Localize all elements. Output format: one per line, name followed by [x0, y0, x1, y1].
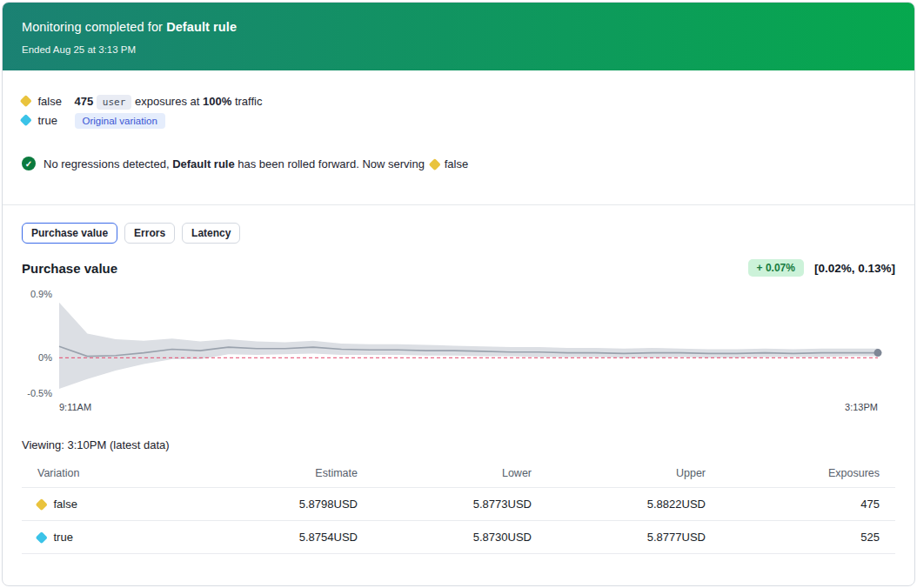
exposure-count: 475 — [75, 95, 94, 108]
variation-false-diamond-icon — [20, 95, 31, 106]
table-row-true: true 5.8754USD 5.8730USD 5.8777USD 525 — [22, 521, 895, 554]
purchase-value-chart: 0.9%0%-0.5% 9:11AM 3:13PM — [22, 291, 895, 412]
upper-value: 5.8822USD — [532, 498, 706, 511]
exposures-value: 525 — [706, 531, 880, 544]
viewing-label: Viewing: 3:10PM (latest data) — [22, 438, 895, 451]
column-header-exposures: Exposures — [706, 467, 880, 479]
traffic-percentage: 100% — [203, 95, 231, 108]
column-header-upper: Upper — [532, 467, 706, 479]
x-axis-end-label: 3:13PM — [845, 402, 878, 412]
tab-latency[interactable]: Latency — [182, 223, 240, 244]
banner-title: Monitoring completed for Default rule — [22, 20, 895, 34]
lower-value: 5.8730USD — [358, 531, 532, 544]
variation-row-false: false 475 user exposures at 100% traffic — [22, 91, 895, 110]
context-kind-badge: user — [97, 95, 132, 110]
metric-tabs: Purchase value Errors Latency — [22, 223, 895, 244]
serving-variation-diamond-icon — [429, 158, 440, 170]
metric-header: Purchase value + 0.07% [0.02%, 0.13%] — [22, 259, 895, 277]
status-message: No regressions detected, Default rule ha… — [44, 157, 468, 170]
banner-subtitle: Ended Aug 25 at 3:13 PM — [22, 44, 895, 55]
exposure-text-mid: exposures at — [135, 95, 199, 108]
status-row: ✓ No regressions detected, Default rule … — [22, 154, 895, 173]
monitoring-card: Monitoring completed for Default rule En… — [2, 2, 915, 586]
variation-badge-wrap: Original variation — [75, 114, 165, 127]
metric-title: Purchase value — [22, 261, 117, 276]
serving-variation-name: false — [445, 157, 468, 170]
variation-name: false — [38, 95, 70, 108]
variation-name: true — [54, 531, 73, 544]
status-rule-name: Default rule — [172, 157, 235, 170]
x-axis-labels: 9:11AM 3:13PM — [59, 402, 878, 412]
banner-title-prefix: Monitoring completed for — [22, 20, 163, 34]
chart-canvas — [59, 291, 878, 397]
column-header-estimate: Estimate — [205, 467, 358, 479]
variation-false-diamond-icon — [36, 498, 47, 510]
tab-errors[interactable]: Errors — [124, 223, 175, 244]
column-header-lower: Lower — [358, 467, 532, 479]
confidence-interval: [0.02%, 0.13%] — [814, 262, 895, 275]
summary-section: false 475 user exposures at 100% traffic… — [3, 70, 914, 204]
estimate-value: 5.8754USD — [205, 531, 358, 544]
variation-true-diamond-icon — [20, 114, 31, 125]
upper-value: 5.8777USD — [532, 531, 706, 544]
banner-rule-name: Default rule — [166, 20, 237, 34]
variation-name: true — [38, 114, 70, 127]
variation-cell: true — [37, 531, 205, 544]
y-tick-label: 0.9% — [30, 289, 52, 299]
y-tick-label: -0.5% — [27, 388, 52, 398]
y-tick-label: 0% — [38, 352, 52, 363]
success-check-icon: ✓ — [22, 157, 36, 170]
banner: Monitoring completed for Default rule En… — [3, 3, 914, 70]
change-badge: + 0.07% — [748, 259, 804, 277]
variation-cell: false — [37, 498, 205, 511]
status-middle: has been rolled forward. Now serving — [238, 157, 425, 170]
chart-plot-area: 9:11AM 3:13PM — [59, 291, 878, 412]
column-header-variation: Variation — [37, 467, 205, 479]
estimate-value: 5.8798USD — [205, 498, 358, 511]
y-axis-labels: 0.9%0%-0.5% — [22, 291, 59, 397]
metrics-section: Purchase value Errors Latency Purchase v… — [3, 204, 914, 585]
tab-purchase-value[interactable]: Purchase value — [22, 223, 117, 244]
table-header-row: Variation Estimate Lower Upper Exposures — [22, 458, 895, 488]
exposures-value: 475 — [706, 498, 880, 511]
variation-true-diamond-icon — [36, 531, 47, 543]
exposure-summary: 475 user exposures at 100% traffic — [75, 95, 263, 108]
lower-value: 5.8773USD — [358, 498, 532, 511]
exposure-text-end: traffic — [235, 95, 263, 108]
metric-stats: + 0.07% [0.02%, 0.13%] — [748, 259, 895, 277]
table-row-false: false 5.8798USD 5.8773USD 5.8822USD 475 — [22, 488, 895, 521]
x-axis-start-label: 9:11AM — [59, 402, 91, 412]
results-table: Variation Estimate Lower Upper Exposures… — [22, 458, 895, 554]
status-prefix: No regressions detected, — [44, 157, 170, 170]
original-variation-badge: Original variation — [75, 113, 165, 129]
confidence-band — [59, 303, 878, 389]
variation-name: false — [54, 498, 77, 511]
variation-row-true: true Original variation — [22, 110, 895, 130]
latest-point-dot — [874, 349, 882, 357]
